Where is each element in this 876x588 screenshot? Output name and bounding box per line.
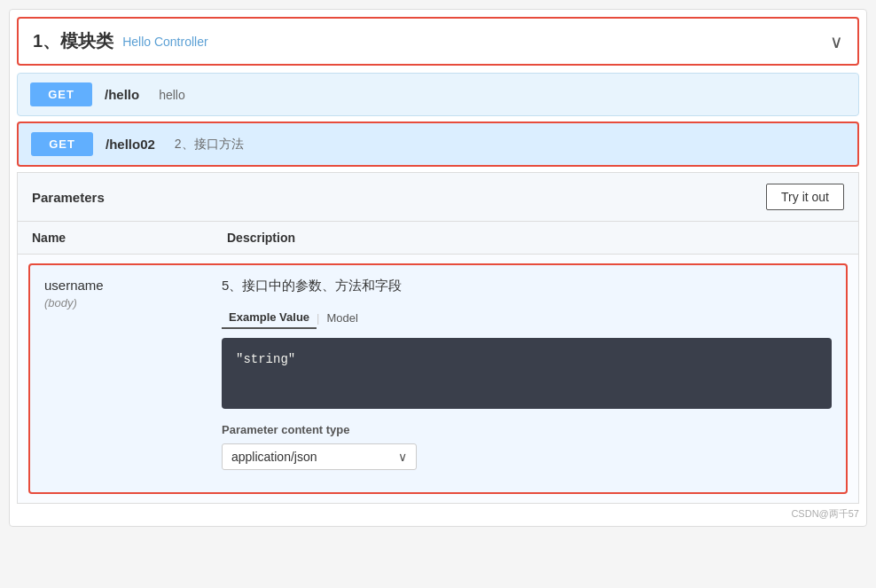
endpoint-row-hello02[interactable]: GET /hello02 2、接口方法	[17, 122, 859, 167]
controller-header[interactable]: 1、模块类 Hello Controller ∨	[17, 17, 859, 66]
endpoint-path: /hello	[105, 87, 139, 102]
param-type: (body)	[44, 296, 213, 310]
controller-title: 1、模块类 Hello Controller	[33, 29, 208, 53]
endpoint-path-2: /hello02	[106, 137, 155, 152]
endpoint-description-2: 2、接口方法	[175, 137, 244, 153]
param-name: username	[44, 278, 213, 293]
col-name-header: Name	[32, 231, 227, 245]
param-label: 5、接口中的参数、方法和字段	[222, 278, 832, 294]
col-desc-header: Description	[227, 231, 844, 245]
endpoint-row-hello[interactable]: GET /hello hello	[17, 73, 859, 116]
watermark: CSDN@两千57	[10, 504, 866, 526]
method-badge-get-2: GET	[31, 132, 93, 156]
swagger-container: 1、模块类 Hello Controller ∨ GET /hello hell…	[9, 9, 867, 527]
content-type-select[interactable]: application/json	[231, 450, 398, 464]
code-value: "string"	[236, 352, 295, 366]
params-table-header: Name Description	[18, 222, 858, 255]
method-badge-get: GET	[30, 82, 92, 106]
try-it-out-button[interactable]: Try it out	[766, 184, 844, 210]
code-block: "string"	[222, 338, 832, 409]
example-tabs: Example Value | Model	[222, 307, 832, 329]
controller-name: 1、模块类	[33, 29, 113, 53]
chevron-down-icon[interactable]: ∨	[830, 31, 843, 52]
param-row-username: username (body) 5、接口中的参数、方法和字段 Example V…	[28, 263, 848, 494]
example-value-tab[interactable]: Example Value	[222, 307, 317, 329]
params-header: Parameters Try it out	[18, 173, 858, 222]
params-section: Parameters Try it out Name Description u…	[17, 172, 859, 504]
content-type-select-wrapper[interactable]: application/json ∨	[222, 443, 417, 470]
params-title: Parameters	[32, 190, 105, 205]
select-arrow-icon: ∨	[398, 450, 407, 464]
content-type-label: Parameter content type	[222, 423, 832, 436]
endpoint-description: hello	[159, 88, 185, 102]
model-tab[interactable]: Model	[319, 308, 364, 328]
controller-subtitle: Hello Controller	[122, 35, 207, 49]
param-desc-col: 5、接口中的参数、方法和字段 Example Value | Model "st…	[222, 278, 832, 480]
param-name-col: username (body)	[44, 278, 222, 480]
